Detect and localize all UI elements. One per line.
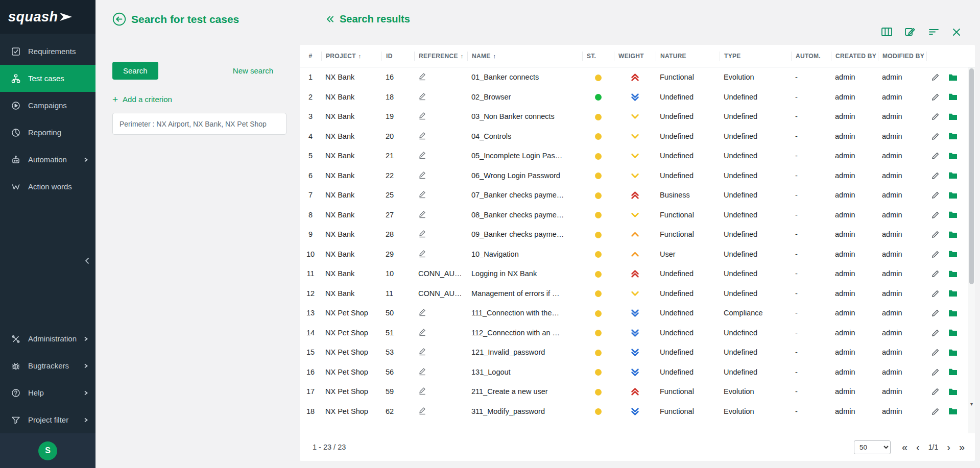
cell-name[interactable]: 05_Incomplete Login Pas… bbox=[467, 152, 582, 160]
previous-page-button[interactable]: ‹ bbox=[916, 442, 920, 452]
cell-name[interactable]: 211_Create a new user bbox=[467, 387, 582, 396]
open-folder-icon[interactable] bbox=[948, 191, 958, 199]
sidebar-item-help[interactable]: Help bbox=[0, 379, 95, 406]
open-folder-icon[interactable] bbox=[948, 250, 958, 258]
cell-reference[interactable] bbox=[414, 347, 467, 357]
table-row[interactable]: 5NX Bank2105_Incomplete Login Pas…Undefi… bbox=[300, 146, 968, 166]
cell-reference[interactable] bbox=[414, 367, 467, 377]
table-row[interactable]: 8NX Bank2708_Banker checks payme…Functio… bbox=[300, 205, 968, 225]
edit-row-icon[interactable] bbox=[931, 250, 940, 258]
edit-row-icon[interactable] bbox=[931, 132, 940, 140]
sidebar-item-campaigns[interactable]: Campaigns bbox=[0, 92, 95, 119]
edit-reference-icon[interactable] bbox=[418, 133, 426, 141]
edit-row-icon[interactable] bbox=[931, 152, 940, 160]
edit-reference-icon[interactable] bbox=[418, 192, 426, 200]
collapse-sidebar-icon[interactable] bbox=[83, 256, 91, 265]
column-header-nature[interactable]: NATURE bbox=[656, 52, 720, 61]
edit-row-icon[interactable] bbox=[931, 368, 940, 376]
cell-name[interactable]: 08_Banker checks payme… bbox=[467, 211, 582, 219]
open-folder-icon[interactable] bbox=[948, 93, 958, 101]
edit-reference-icon[interactable] bbox=[418, 212, 426, 220]
table-row[interactable]: 15NX Pet Shop53121_Invalid_passwordUndef… bbox=[300, 342, 968, 362]
sidebar-item-project-filter[interactable]: Project filter bbox=[0, 406, 95, 433]
column-header-created-by[interactable]: CREATED BY bbox=[831, 52, 878, 61]
scrollbar-down-arrow[interactable]: ▾ bbox=[968, 401, 975, 407]
configure-columns-icon[interactable] bbox=[881, 27, 893, 37]
edit-row-icon[interactable] bbox=[931, 387, 940, 396]
column-header-type[interactable]: TYPE bbox=[720, 52, 791, 61]
table-row[interactable]: 9NX Bank2809_Banker checks payme…Functio… bbox=[300, 225, 968, 244]
column-header-modified-by[interactable]: MODIFIED BY bbox=[878, 52, 926, 61]
open-folder-icon[interactable] bbox=[948, 211, 958, 218]
table-row[interactable]: 17NX Pet Shop59211_Create a new userFunc… bbox=[300, 382, 968, 402]
cell-reference[interactable]: CONN_AU… bbox=[414, 289, 467, 298]
cell-reference[interactable] bbox=[414, 210, 467, 220]
column-header-reference[interactable]: REFERENCE↑ bbox=[414, 52, 467, 61]
edit-row-icon[interactable] bbox=[931, 407, 940, 415]
cell-name[interactable]: 111_Connection with the… bbox=[467, 309, 582, 317]
cell-name[interactable]: 06_Wrong Login Password bbox=[467, 171, 582, 180]
open-folder-icon[interactable] bbox=[948, 289, 958, 297]
column-header-project[interactable]: PROJECT↑ bbox=[321, 52, 381, 61]
column-header-autom[interactable]: AUTOM. bbox=[791, 52, 831, 61]
first-page-button[interactable]: « bbox=[902, 442, 907, 452]
table-row[interactable]: 18NX Pet Shop62311_Modify_passwordFuncti… bbox=[300, 402, 968, 422]
column-header-id[interactable]: ID bbox=[381, 52, 414, 61]
table-row[interactable]: 14NX Pet Shop51112_Connection with an …U… bbox=[300, 323, 968, 343]
add-criterion-button[interactable]: + Add a criterion bbox=[112, 94, 286, 104]
edit-row-icon[interactable] bbox=[931, 73, 940, 81]
cell-reference[interactable] bbox=[414, 249, 467, 259]
edit-row-icon[interactable] bbox=[931, 230, 940, 238]
open-folder-icon[interactable] bbox=[948, 349, 958, 356]
edit-row-icon[interactable] bbox=[931, 269, 940, 278]
column-header-num[interactable]: # bbox=[300, 52, 321, 61]
edit-reference-icon[interactable] bbox=[418, 94, 426, 102]
search-button[interactable]: Search bbox=[112, 62, 158, 80]
cell-name[interactable]: 311_Modify_password bbox=[467, 407, 582, 415]
scrollbar-thumb[interactable] bbox=[969, 68, 974, 284]
user-avatar[interactable]: S bbox=[38, 441, 57, 460]
sidebar-item-action-words[interactable]: Action words bbox=[0, 173, 95, 200]
open-folder-icon[interactable] bbox=[948, 73, 958, 81]
cell-name[interactable]: Logging in NX Bank bbox=[467, 269, 582, 278]
column-header-weight[interactable]: WEIGHT bbox=[614, 52, 656, 61]
cell-reference[interactable] bbox=[414, 308, 467, 318]
sidebar-item-requirements[interactable]: Requirements bbox=[0, 38, 95, 65]
sidebar-item-test-cases[interactable]: Test cases bbox=[0, 65, 95, 92]
last-page-button[interactable]: » bbox=[959, 442, 965, 452]
cell-name[interactable]: 03_Non Banker connects bbox=[467, 112, 582, 120]
open-folder-icon[interactable] bbox=[948, 388, 958, 396]
table-row[interactable]: 6NX Bank2206_Wrong Login PasswordUndefin… bbox=[300, 166, 968, 186]
cell-reference[interactable] bbox=[414, 131, 467, 141]
edit-reference-icon[interactable] bbox=[418, 388, 426, 397]
table-row[interactable]: 10NX Bank2910_NavigationUserUndefined-ad… bbox=[300, 244, 968, 264]
edit-reference-icon[interactable] bbox=[418, 349, 426, 357]
cell-name[interactable]: 02_Browser bbox=[467, 93, 582, 101]
table-row[interactable]: 1NX Bank1601_Banker connectsFunctionalEv… bbox=[300, 67, 968, 87]
edit-reference-icon[interactable] bbox=[418, 231, 426, 239]
cell-name[interactable]: 04_Controls bbox=[467, 132, 582, 140]
table-row[interactable]: 3NX Bank1903_Non Banker connectsUndefine… bbox=[300, 107, 968, 127]
cell-name[interactable]: 09_Banker checks payme… bbox=[467, 230, 582, 238]
edit-reference-icon[interactable] bbox=[418, 251, 426, 259]
close-icon[interactable] bbox=[951, 27, 962, 37]
edit-row-icon[interactable] bbox=[931, 171, 940, 180]
next-page-button[interactable]: › bbox=[947, 442, 950, 452]
cell-reference[interactable] bbox=[414, 406, 467, 416]
table-row[interactable]: 11NX Bank10CONN_AU…Logging in NX BankUnd… bbox=[300, 264, 968, 284]
edit-reference-icon[interactable] bbox=[418, 310, 426, 318]
open-folder-icon[interactable] bbox=[948, 132, 958, 140]
table-row[interactable]: 4NX Bank2004_ControlsUndefinedUndefined-… bbox=[300, 127, 968, 146]
open-folder-icon[interactable] bbox=[948, 152, 958, 160]
edit-row-icon[interactable] bbox=[931, 309, 940, 317]
edit-reference-icon[interactable] bbox=[418, 173, 426, 181]
cell-reference[interactable]: CONN_AU… bbox=[414, 269, 467, 278]
filter-list-icon[interactable] bbox=[928, 27, 940, 37]
cell-name[interactable]: 121_Invalid_password bbox=[467, 348, 582, 356]
edit-reference-icon[interactable] bbox=[418, 408, 426, 416]
edit-row-icon[interactable] bbox=[931, 112, 940, 120]
cell-reference[interactable] bbox=[414, 386, 467, 397]
edit-row-icon[interactable] bbox=[931, 348, 940, 356]
table-row[interactable]: 7NX Bank2507_Banker checks payme…Busines… bbox=[300, 185, 968, 205]
cell-reference[interactable] bbox=[414, 170, 467, 181]
